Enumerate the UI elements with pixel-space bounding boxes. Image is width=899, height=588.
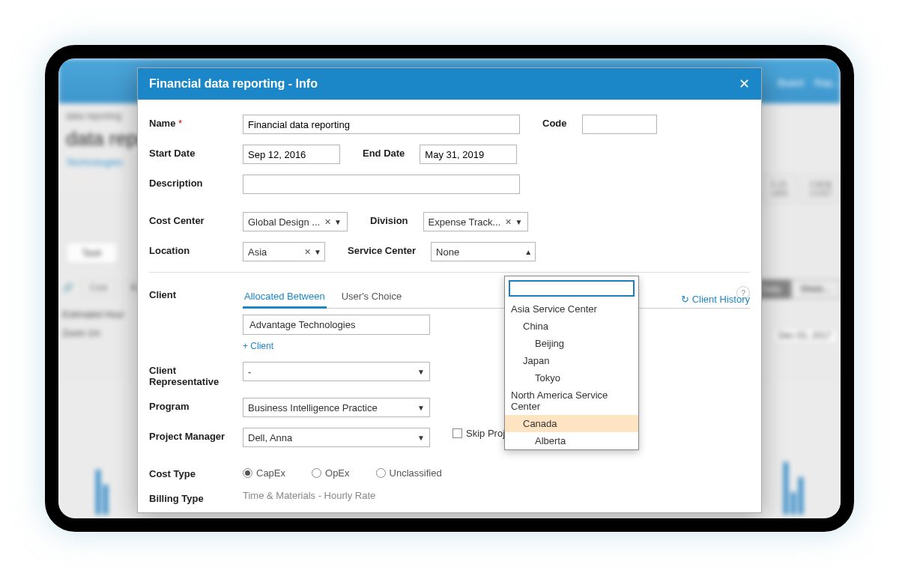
bg-stat: 5.25 URS <box>763 175 796 203</box>
client-history-link[interactable]: ↻ Client History <box>681 294 750 305</box>
bg-nav-item: Board <box>778 77 804 88</box>
start-date-input[interactable] <box>243 145 340 164</box>
dropdown-item[interactable]: Tokyo <box>505 369 638 387</box>
service-center-dropdown: Asia Service CenterChinaBeijingJapanToky… <box>504 276 639 450</box>
pm-label: Project Manager <box>149 428 235 442</box>
bg-task-tab: Task <box>66 242 118 264</box>
bg-stats: 5.25 URS CAD$ COST <box>763 175 841 203</box>
clear-icon[interactable]: ✕ <box>304 247 311 257</box>
service-center-label: Service Center <box>333 242 423 256</box>
service-center-combo[interactable]: None ▲ <box>431 242 536 261</box>
cost-center-label: Cost Center <box>149 212 235 226</box>
pm-select[interactable]: Dell, Anna ▼ <box>243 428 430 447</box>
bg-nav-item: Rep... <box>814 77 841 88</box>
close-icon[interactable]: ✕ <box>739 76 750 92</box>
billing-type-value: Time & Materials - Hourly Rate <box>243 490 375 501</box>
code-input[interactable] <box>582 115 657 134</box>
dropdown-item[interactable]: Alberta <box>505 432 638 449</box>
dropdown-item[interactable]: Japan <box>505 352 638 369</box>
radio-unclassified[interactable]: Unclassified <box>376 467 442 479</box>
radio-icon <box>243 468 252 478</box>
bg-zoom: Zoom 1m <box>62 328 100 339</box>
bg-date: Dec 03, 2017 <box>773 328 837 343</box>
caret-down-icon: ▼ <box>314 248 321 256</box>
bg-toggle: Daily Week... <box>751 279 841 299</box>
clear-icon[interactable]: ✕ <box>324 217 331 227</box>
description-input[interactable] <box>243 175 520 194</box>
modal-header: Financial data reporting - Info ✕ <box>138 68 761 100</box>
bg-chip-cost: Cost <box>82 279 115 296</box>
dropdown-item[interactable]: Beijing <box>505 335 638 352</box>
clear-icon[interactable]: ✕ <box>505 217 512 227</box>
info-modal: Financial data reporting - Info ✕ Name *… <box>137 67 762 513</box>
program-select[interactable]: Business Intelligence Practice ▼ <box>243 398 430 417</box>
radio-icon <box>376 468 386 478</box>
dropdown-item[interactable]: Canada <box>505 415 638 432</box>
divider <box>149 272 750 273</box>
division-label: Division <box>355 212 416 226</box>
modal-title: Financial data reporting - Info <box>149 77 318 91</box>
modal-body: Name * Code Start Date End Date Descript… <box>138 100 761 512</box>
tab-allocated-between[interactable]: Allocated Between <box>243 286 327 309</box>
client-value[interactable]: Advantage Technologies <box>243 315 430 335</box>
skip-pm-checkbox[interactable] <box>452 428 462 438</box>
name-label: Name * <box>149 115 235 129</box>
cost-type-label: Cost Type <box>149 465 235 479</box>
dropdown-item[interactable]: North America Service Center <box>505 387 638 415</box>
end-date-label: End Date <box>348 145 412 159</box>
radio-icon <box>312 468 321 478</box>
bg-stat: CAD$ COST <box>801 175 841 203</box>
caret-down-icon: ▼ <box>417 368 425 376</box>
description-label: Description <box>149 175 235 189</box>
bg-nav: Board Rep... <box>778 77 841 88</box>
location-label: Location <box>149 242 235 256</box>
billing-type-label: Billing Type <box>149 490 235 504</box>
caret-down-icon: ▼ <box>417 434 425 442</box>
code-label: Code <box>527 115 575 129</box>
caret-up-icon: ▲ <box>524 248 532 256</box>
dropdown-item[interactable]: Asia Service Center <box>505 300 638 318</box>
caret-down-icon: ▼ <box>515 218 522 226</box>
end-date-input[interactable] <box>420 145 517 164</box>
cost-center-combo[interactable]: Global Design ... ✕ ▼ <box>243 212 348 231</box>
dropdown-search-input[interactable] <box>509 280 635 297</box>
radio-capex[interactable]: CapEx <box>243 467 285 479</box>
client-label: Client <box>149 286 235 300</box>
caret-down-icon: ▼ <box>334 218 342 226</box>
caret-down-icon: ▼ <box>417 404 425 412</box>
client-tabs: Allocated Between User's Choice ? <box>243 286 750 309</box>
tab-users-choice[interactable]: User's Choice <box>340 286 404 308</box>
name-input[interactable] <box>243 115 520 134</box>
client-rep-select[interactable]: - ▼ <box>243 362 430 381</box>
tablet-frame: Board Rep... data reporting data repo Te… <box>45 45 854 532</box>
add-client-link[interactable]: + Client <box>243 341 273 351</box>
client-rep-label: Client Representative <box>149 362 235 387</box>
division-combo[interactable]: Expense Track... ✕ ▼ <box>423 212 528 231</box>
history-icon: ↻ <box>681 294 689 305</box>
radio-opex[interactable]: OpEx <box>312 467 350 479</box>
location-combo[interactable]: Asia ✕ ▼ <box>243 242 325 261</box>
start-date-label: Start Date <box>149 145 235 159</box>
dropdown-item[interactable]: China <box>505 318 638 335</box>
bg-estimated: Estimated Hour <box>62 309 124 320</box>
program-label: Program <box>149 398 235 412</box>
